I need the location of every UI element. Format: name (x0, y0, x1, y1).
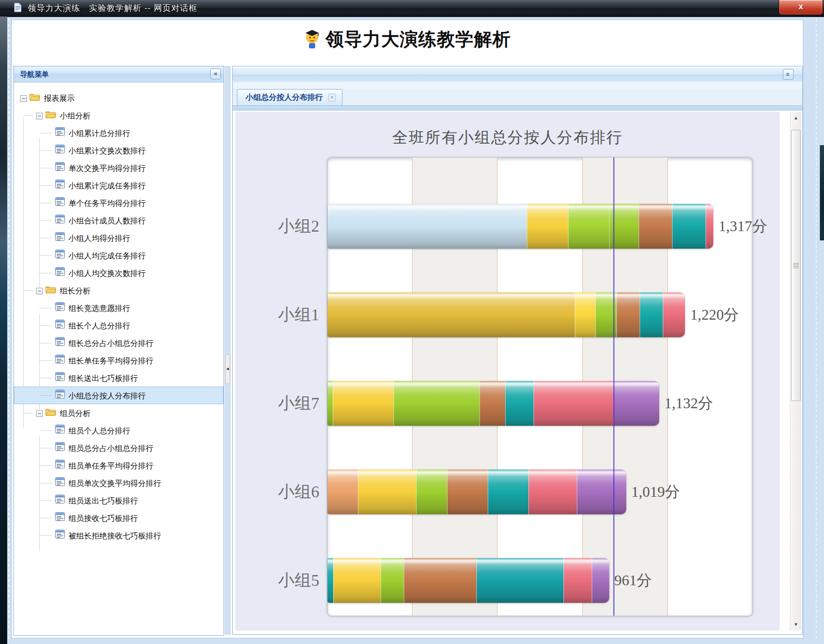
bar-segment[interactable] (479, 381, 505, 426)
window-title: 领导力大演练 实验教学解析 -- 网页对话框 (28, 0, 198, 16)
bar-segment[interactable] (616, 292, 640, 337)
tree-report-item[interactable]: 组长送出七巧板排行 (14, 369, 224, 387)
tree-report-item[interactable]: 小组总分按人分布排行 (14, 387, 224, 404)
tree-report-item[interactable]: 单个任务平均得分排行 (14, 194, 224, 212)
tree-item-label: 小组人均得分排行 (68, 234, 130, 242)
tree-collapse-icon[interactable]: − (36, 410, 43, 417)
tree-folder-item[interactable]: −报表展示 (14, 89, 224, 107)
tree-report-item[interactable]: 组长竞选意愿排行 (14, 299, 224, 317)
bar-segment[interactable] (706, 204, 713, 249)
close-x-icon: x (799, 2, 803, 11)
tree-report-item[interactable]: 组员送出七巧板排行 (14, 492, 224, 509)
tree-folder-item[interactable]: −小组分析 (14, 107, 224, 124)
page-header: 领导力大演练教学解析 (12, 27, 803, 60)
bar-segment[interactable] (577, 469, 626, 514)
tree-report-item[interactable]: 单次交换平均得分排行 (14, 159, 224, 177)
tree-report-item[interactable]: 组长总分占小组总分排行 (14, 334, 224, 352)
nav-tree: −报表展示−小组分析小组累计总分排行小组累计交换次数排行单次交换平均得分排行小组… (14, 82, 224, 635)
vertical-scrollbar[interactable]: ▲ ▼ (790, 112, 801, 631)
tab-active[interactable]: 小组总分按人分布排行 × (237, 89, 342, 106)
scroll-up-icon[interactable]: ▲ (791, 113, 801, 123)
tree-item-label: 组长单任务平均得分排行 (68, 356, 153, 365)
scroll-down-icon[interactable]: ▼ (791, 619, 801, 630)
tree-item-label: 小组分析 (60, 111, 91, 120)
tree-connector (40, 220, 52, 221)
tree-connector (40, 150, 52, 151)
bar-segment[interactable] (568, 204, 609, 249)
bar-segment[interactable] (404, 558, 477, 603)
bar-row: 小组5961分 (328, 558, 752, 603)
bar-segment[interactable] (328, 381, 333, 426)
tree-report-item[interactable]: 小组人均交换次数排行 (14, 264, 224, 282)
tree-report-item[interactable]: 小组累计交换次数排行 (14, 142, 224, 159)
tree-report-item[interactable]: 小组累计总分排行 (14, 124, 224, 142)
bar-segment[interactable] (447, 469, 488, 514)
tree-item-label: 小组合计成员人数排行 (68, 216, 146, 225)
bar-segment[interactable] (416, 469, 447, 514)
bar-segment[interactable] (333, 381, 394, 426)
folder-icon (45, 405, 56, 422)
bar-segment[interactable] (613, 381, 660, 426)
tree-collapse-icon[interactable]: − (36, 113, 43, 119)
bar-segment[interactable] (640, 292, 663, 337)
tree-report-item[interactable]: 被组长拒绝接收七巧板排行 (14, 527, 224, 544)
stacked-bar[interactable] (328, 469, 626, 514)
stacked-bar[interactable] (328, 558, 609, 603)
tab-content: 全班所有小组总分按人分布排行 小组21,317分小组11,220分小组71,13… (233, 111, 802, 634)
bar-segment[interactable] (575, 292, 596, 337)
tree-report-item[interactable]: 小组人均完成任务排行 (14, 247, 224, 264)
tree-report-item[interactable]: 组长单任务平均得分排行 (14, 352, 224, 369)
tree-item-label: 组员个人总分排行 (68, 426, 130, 435)
bar-segment[interactable] (328, 469, 358, 514)
tree-collapse-icon[interactable]: − (36, 288, 43, 294)
bar-segment[interactable] (328, 204, 527, 249)
bar-segment[interactable] (333, 558, 381, 603)
tree-report-item[interactable]: 组员单任务平均得分排行 (14, 457, 224, 474)
bar-segment[interactable] (663, 292, 685, 337)
tab-strip-background (233, 82, 802, 89)
tree-report-item[interactable]: 组员总分占小组总分排行 (14, 439, 224, 457)
tree-folder-item[interactable]: −组长分析 (14, 282, 224, 299)
window-close-button[interactable]: x (779, 0, 823, 15)
collapsible-header-bar: « (233, 67, 802, 82)
tree-connector (40, 203, 52, 203)
tab-close-icon[interactable]: × (328, 94, 336, 101)
bar-segment[interactable] (476, 558, 563, 603)
tree-item-label: 组长分析 (60, 286, 91, 295)
tree-report-item[interactable]: 小组合计成员人数排行 (14, 212, 224, 229)
bar-segment[interactable] (672, 204, 706, 249)
tree-connector (40, 360, 52, 361)
tree-folder-item[interactable]: −组员分析 (14, 404, 224, 422)
bar-segment[interactable] (528, 469, 577, 514)
splitter-collapse-handle[interactable]: ◄ (225, 354, 230, 384)
stacked-bar[interactable] (328, 381, 659, 426)
bar-segment[interactable] (328, 292, 575, 337)
bar-segment[interactable] (639, 204, 673, 249)
sidebar-title: 导航菜单 (20, 66, 49, 82)
bar-segment[interactable] (592, 558, 609, 603)
bar-segment[interactable] (534, 381, 613, 426)
tree-collapse-icon[interactable]: − (20, 95, 27, 102)
panel-splitter[interactable]: ◄ (225, 66, 231, 635)
bar-segment[interactable] (488, 469, 528, 514)
tree-report-item[interactable]: 组员接收七巧板排行 (14, 509, 224, 527)
tree-report-item[interactable]: 组长个人总分排行 (14, 317, 224, 334)
scrollbar-thumb[interactable] (791, 130, 801, 401)
tree-report-item[interactable]: 组员个人总分排行 (14, 422, 224, 439)
bar-segment[interactable] (328, 558, 333, 603)
tree-report-item[interactable]: 小组累计完成任务排行 (14, 177, 224, 194)
window-titlebar: 领导力大演练 实验教学解析 -- 网页对话框 x (0, 0, 824, 17)
bar-segment[interactable] (381, 558, 403, 603)
bar-segment[interactable] (563, 558, 592, 603)
tree-report-item[interactable]: 组员单次交换平均得分排行 (14, 474, 224, 492)
bar-segment[interactable] (505, 381, 534, 426)
bar-segment[interactable] (527, 204, 568, 249)
stacked-bar[interactable] (328, 292, 685, 337)
bar-segment[interactable] (393, 381, 479, 426)
stacked-bar[interactable] (328, 204, 713, 249)
sidebar-collapse-button[interactable]: « (210, 68, 221, 79)
bar-segment[interactable] (358, 469, 417, 514)
tree-report-item[interactable]: 小组人均得分排行 (14, 229, 224, 247)
tree-item-label: 组员总分占小组总分排行 (68, 444, 153, 452)
panel-collapse-button[interactable]: « (783, 69, 794, 80)
